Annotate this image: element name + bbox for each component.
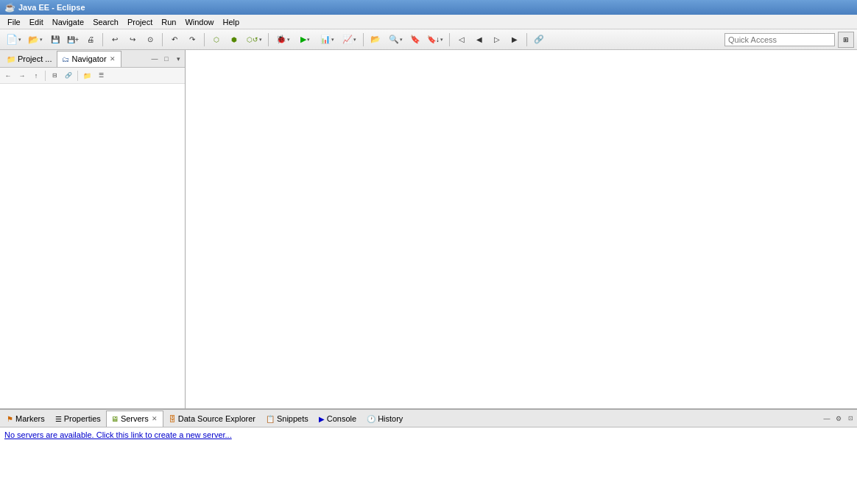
bookmark-button[interactable]: 🔖	[407, 32, 423, 48]
nav-back-btn[interactable]: ←	[1, 69, 15, 82]
menu-run[interactable]: Run	[157, 16, 180, 28]
debug-button[interactable]: 🐞 ▾	[272, 32, 293, 48]
open-task-button[interactable]: 📂	[367, 32, 384, 48]
undo-button[interactable]: ↶	[166, 32, 183, 48]
nav-up-btn[interactable]: ↑	[29, 69, 43, 82]
servers-content: No servers are available. Click this lin…	[0, 427, 857, 504]
bottom-tab-actions: — ⚙ ⊡	[822, 414, 856, 424]
menu-window[interactable]: Window	[180, 16, 218, 28]
menu-bar: File Edit Navigate Search Project Run Wi…	[0, 15, 857, 29]
build-next-icon: ⬢	[231, 36, 237, 43]
content-area: 📁 Project ... 🗂 Navigator ✕ — □ ▾ ← →	[0, 50, 857, 408]
nav-fwd-btn[interactable]: →	[15, 69, 29, 82]
next-edit-button[interactable]: ↪	[124, 32, 141, 48]
save-all-icon: 💾+	[67, 36, 79, 43]
nav-back-button[interactable]: ◁	[454, 32, 470, 48]
sync-button[interactable]: 🔗	[531, 32, 547, 48]
perspective-button[interactable]: ⊞	[838, 32, 854, 48]
print-button[interactable]: 🖨	[82, 32, 99, 48]
create-server-link[interactable]: No servers are available. Click this lin…	[4, 430, 232, 439]
tab-snippets[interactable]: 📋 Snippets	[261, 411, 314, 427]
project-explorer-label: Project ...	[18, 54, 52, 63]
tab-data-source-explorer[interactable]: 🗄 Data Source Explorer	[163, 411, 261, 427]
navigator-icon: 🗂	[62, 55, 69, 63]
maximize-panel-button[interactable]: □	[161, 54, 172, 64]
save-icon: 💾	[51, 35, 60, 43]
tab-history[interactable]: 🕐 History	[362, 411, 408, 427]
nav-forward-button[interactable]: ▷	[489, 32, 505, 48]
build-prev-button[interactable]: ⬡	[208, 32, 225, 48]
tab-project-explorer[interactable]: 📁 Project ...	[1, 51, 57, 67]
tab-properties[interactable]: ☰ Properties	[50, 411, 106, 427]
view-menu-button[interactable]: ▾	[173, 54, 183, 64]
tab-markers[interactable]: ⚑ Markers	[1, 411, 50, 427]
search-task-button[interactable]: 🔍 ▾	[385, 32, 406, 48]
collapse-all-btn[interactable]: ⊟	[48, 69, 61, 82]
navigator-close-button[interactable]: ✕	[109, 55, 116, 63]
sync-icon: 🔗	[534, 35, 544, 44]
save-all-button[interactable]: 💾+	[65, 32, 81, 48]
window-title: Java EE - Eclipse	[18, 3, 85, 12]
menu-edit[interactable]: Edit	[25, 16, 48, 28]
profile-button[interactable]: 📈 ▾	[339, 32, 359, 48]
quick-access-area: ⊞	[724, 32, 854, 48]
menu-help[interactable]: Help	[219, 16, 244, 28]
last-edit-button[interactable]: ⊙	[142, 32, 158, 48]
open-task-icon: 📂	[370, 35, 381, 44]
new-folder-btn[interactable]: 📁	[80, 69, 94, 82]
menu-search[interactable]: Search	[88, 16, 123, 28]
sep6	[449, 33, 450, 46]
properties-label: Properties	[64, 414, 101, 423]
search-task-dd: ▾	[400, 37, 403, 43]
prev-edit-button[interactable]: ↩	[107, 32, 123, 48]
panel-menu-btn[interactable]: ☰	[94, 69, 107, 82]
coverage-icon: 📊	[320, 35, 331, 44]
minimize-panel-button[interactable]: —	[149, 54, 160, 64]
quick-access-input[interactable]	[724, 33, 835, 46]
menu-navigate[interactable]: Navigate	[48, 16, 88, 28]
run-icon: ▶	[300, 35, 306, 44]
servers-close-button[interactable]: ✕	[151, 415, 158, 422]
open-button[interactable]: 📂 ▾	[25, 32, 46, 48]
left-panel: 📁 Project ... 🗂 Navigator ✕ — □ ▾ ← →	[0, 50, 186, 408]
new-folder-icon: 📁	[83, 72, 91, 79]
panel-menu-icon: ☰	[99, 72, 104, 79]
panel-sep2	[77, 71, 78, 81]
sep3	[204, 33, 205, 46]
editor-area	[186, 50, 857, 408]
menu-project[interactable]: Project	[123, 16, 157, 28]
run-button[interactable]: ▶ ▾	[295, 32, 315, 48]
link-editor-btn[interactable]: 🔗	[62, 69, 75, 82]
open-icon: 📂	[28, 35, 39, 45]
toolbar: 📄 ▾ 📂 ▾ 💾 💾+ 🖨 ↩ ↪ ⊙ ↶ ↷ ⬡ ⬢ ⬡↺ ▾ 🐞 ▾ ▶ …	[0, 29, 857, 50]
coverage-button[interactable]: 📊 ▾	[317, 32, 337, 48]
panel-sep1	[45, 71, 46, 81]
new-button[interactable]: 📄 ▾	[3, 32, 24, 48]
menu-file[interactable]: File	[3, 16, 25, 28]
minimize-bottom-button[interactable]: —	[822, 414, 832, 424]
redo-icon: ↷	[189, 35, 195, 43]
nav-forward2-button[interactable]: ▶	[507, 32, 523, 48]
tab-console[interactable]: ▶ Console	[314, 411, 362, 427]
tab-servers[interactable]: 🖥 Servers ✕	[106, 411, 163, 427]
new-icon: 📄	[6, 34, 18, 45]
open-dropdown-arrow: ▾	[40, 37, 43, 43]
build-history-button[interactable]: ⬡↺ ▾	[244, 32, 264, 48]
view-menu-bottom-button[interactable]: ⊡	[845, 414, 856, 424]
redo-button[interactable]: ↷	[184, 32, 200, 48]
nav-back2-button[interactable]: ◀	[471, 32, 487, 48]
bookmark-next-button[interactable]: 🔖↓ ▾	[425, 32, 445, 48]
properties-icon: ☰	[55, 415, 62, 423]
profile-icon: 📈	[342, 35, 353, 44]
link-icon: 🔗	[65, 72, 72, 79]
debug-icon: 🐞	[276, 35, 286, 44]
save-button[interactable]: 💾	[47, 32, 63, 48]
tab-navigator[interactable]: 🗂 Navigator ✕	[57, 51, 121, 67]
app-icon: ☕	[4, 2, 15, 13]
profile-dd-arrow: ▾	[353, 37, 356, 43]
build-next-button[interactable]: ⬢	[226, 32, 242, 48]
sep2	[162, 33, 163, 46]
sep4	[268, 33, 269, 46]
snippets-label: Snippets	[277, 414, 308, 423]
settings-bottom-button[interactable]: ⚙	[833, 414, 844, 424]
